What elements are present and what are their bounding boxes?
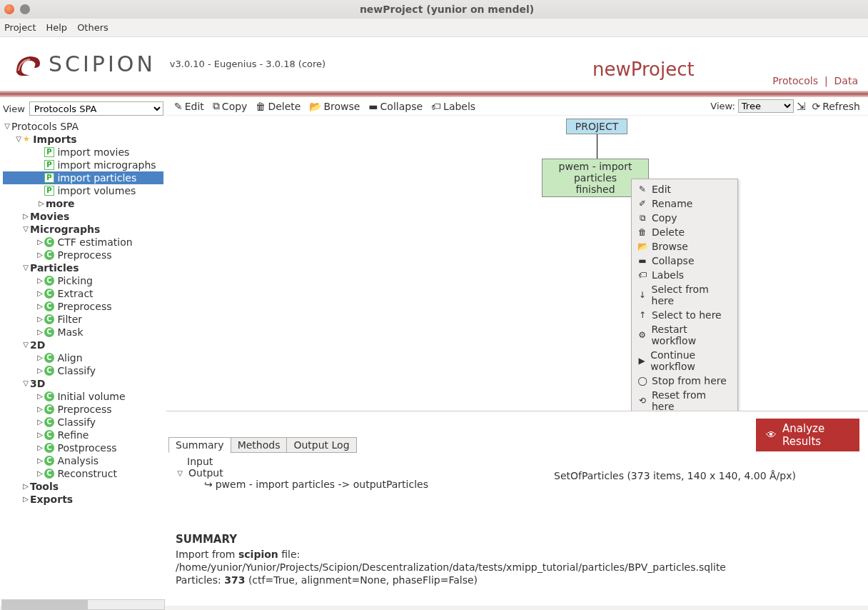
menu-help[interactable]: Help	[46, 22, 67, 33]
tree-micrographs[interactable]: Micrographs	[30, 223, 100, 236]
window-titlebar: newProject (yunior on mendel)	[0, 0, 868, 19]
view-select[interactable]: Protocols SPA	[29, 101, 163, 116]
scipion-logo-icon	[13, 49, 43, 79]
tab-output-log[interactable]: Output Log	[286, 437, 356, 453]
connection-line	[597, 134, 597, 159]
tree-exports[interactable]: Exports	[30, 493, 73, 506]
arrow-up-icon: ↑	[637, 310, 647, 320]
tree-extract[interactable]: Extract	[57, 287, 93, 300]
link-protocols[interactable]: Protocols	[772, 75, 818, 86]
app-logo: SCIPION	[13, 49, 156, 79]
close-window-button[interactable]	[4, 4, 14, 14]
tree-more[interactable]: more	[46, 197, 75, 210]
tb-browse[interactable]: 📂Browse	[306, 101, 363, 112]
ctx-edit[interactable]: ✎Edit	[633, 182, 736, 196]
org-icon[interactable]: ⇲	[797, 100, 806, 113]
ctx-select-from[interactable]: ↓Select from here	[633, 282, 736, 308]
bottom-panel: 👁 Analyze Results Summary Methods Output…	[166, 411, 868, 606]
ctx-collapse[interactable]: ▬Collapse	[633, 254, 736, 268]
tree-movies[interactable]: Movies	[30, 210, 69, 223]
tb-copy[interactable]: ⧉Copy	[209, 100, 251, 112]
refresh-icon: ⟳	[812, 101, 820, 112]
pencil-icon: ✎	[174, 101, 183, 112]
menu-project[interactable]: Project	[4, 22, 36, 33]
ctx-rename[interactable]: ✐Rename	[633, 196, 736, 211]
ctx-browse[interactable]: 📂Browse	[633, 239, 736, 254]
tree-p-preprocess[interactable]: Preprocess	[57, 300, 111, 313]
tree-mg-preprocess[interactable]: Preprocess	[57, 249, 111, 261]
tree-ctf[interactable]: CTF estimation	[57, 236, 132, 249]
project-name: newProject	[592, 59, 695, 80]
tree-align[interactable]: Align	[57, 351, 82, 364]
copy-icon: ⧉	[637, 213, 647, 223]
tree-3d-preprocess[interactable]: Preprocess	[57, 403, 111, 416]
output-link[interactable]: pwem - import particles -> outputParticl…	[216, 479, 428, 490]
summary-heading: SUMMARY	[176, 533, 859, 546]
input-label: Input	[187, 456, 213, 467]
link-arrow-icon: ↪	[204, 479, 213, 490]
tb-delete[interactable]: 🗑Delete	[252, 101, 304, 112]
tree-mask[interactable]: Mask	[57, 326, 83, 339]
link-data[interactable]: Data	[834, 75, 858, 86]
tags-icon: 🏷	[431, 101, 441, 112]
tree-particles[interactable]: Particles	[30, 261, 79, 274]
tab-summary[interactable]: Summary	[168, 437, 231, 453]
collapse-icon: ▬	[368, 101, 378, 112]
tree-refine[interactable]: Refine	[57, 429, 89, 441]
tree-import-movies[interactable]: import movies	[57, 146, 129, 159]
tree-2d-classify[interactable]: Classify	[57, 364, 96, 377]
workflow-canvas[interactable]: PROJECT pwem - import particles finished…	[166, 116, 868, 411]
tree-filter[interactable]: Filter	[57, 313, 82, 326]
ctx-continue-wf[interactable]: ▶Continue workflow	[633, 348, 736, 374]
view-label: View	[3, 104, 25, 114]
arrow-down-icon: ↓	[637, 290, 647, 300]
output-setinfo: SetOfParticles (373 items, 140 x 140, 4.…	[554, 470, 796, 481]
tab-methods[interactable]: Methods	[231, 437, 288, 453]
tree-reconstruct[interactable]: Reconstruct	[57, 467, 116, 480]
tree-import-micrographs[interactable]: import micrographs	[57, 159, 156, 171]
tree-analysis[interactable]: Analysis	[57, 454, 99, 467]
logo-text: SCIPION	[49, 51, 156, 76]
ctx-copy[interactable]: ⧉Copy	[633, 211, 736, 225]
ctx-labels[interactable]: 🏷Labels	[633, 268, 736, 282]
gear-icon: ⚙	[637, 330, 647, 340]
output-label: Output	[188, 467, 223, 479]
context-menu: ✎Edit ✐Rename ⧉Copy 🗑Delete 📂Browse ▬Col…	[631, 179, 738, 411]
tree-imports[interactable]: Imports	[33, 133, 76, 146]
tree-picking[interactable]: Picking	[57, 274, 92, 287]
play-icon: ▶	[637, 356, 646, 366]
canvas-view-select[interactable]: Tree	[738, 99, 794, 113]
minimize-window-button[interactable]	[20, 4, 30, 14]
tree-3d-classify[interactable]: Classify	[57, 416, 96, 429]
tree-root[interactable]: Protocols SPA	[11, 120, 79, 133]
header-divider	[0, 91, 868, 97]
analyze-results-button[interactable]: 👁 Analyze Results	[756, 419, 859, 451]
tb-labels[interactable]: 🏷Labels	[428, 101, 479, 112]
ctx-delete[interactable]: 🗑Delete	[633, 225, 736, 239]
tree-postprocess[interactable]: Postprocess	[57, 441, 116, 454]
trash-icon: 🗑	[256, 101, 266, 112]
tree-import-volumes[interactable]: import volumes	[57, 184, 136, 197]
canvas-toolbar: ✎Edit ⧉Copy 🗑Delete 📂Browse ▬Collapse 🏷L…	[166, 97, 868, 116]
tree-import-particles[interactable]: import particles	[57, 171, 136, 184]
summary-path: /home/yunior/Yunior/Projects/Scipion/Des…	[176, 561, 859, 574]
node-project[interactable]: PROJECT	[566, 119, 627, 134]
pencil-icon: ✎	[637, 184, 647, 194]
folder-icon: 📂	[309, 101, 321, 112]
stop-icon: ◯	[637, 376, 647, 386]
ctx-stop-from[interactable]: ◯Stop from here	[633, 374, 736, 388]
window-title: newProject (yunior on mendel)	[30, 4, 864, 15]
ctx-reset-from[interactable]: ⟲Reset from here	[633, 388, 736, 411]
tree-3d[interactable]: 3D	[30, 377, 45, 390]
tree-tools[interactable]: Tools	[30, 480, 59, 493]
tags-icon: 🏷	[637, 270, 647, 280]
tb-collapse[interactable]: ▬Collapse	[365, 101, 426, 112]
tree-initvol[interactable]: Initial volume	[57, 390, 125, 403]
ctx-restart-wf[interactable]: ⚙Restart workflow	[633, 322, 736, 348]
tb-edit[interactable]: ✎Edit	[171, 101, 208, 112]
tb-refresh[interactable]: ⟳Refresh	[808, 101, 864, 112]
ctx-select-to[interactable]: ↑Select to here	[633, 308, 736, 322]
menu-others[interactable]: Others	[77, 22, 108, 33]
tree-2d[interactable]: 2D	[30, 339, 45, 351]
sidebar-scrollbar[interactable]	[1, 599, 165, 610]
